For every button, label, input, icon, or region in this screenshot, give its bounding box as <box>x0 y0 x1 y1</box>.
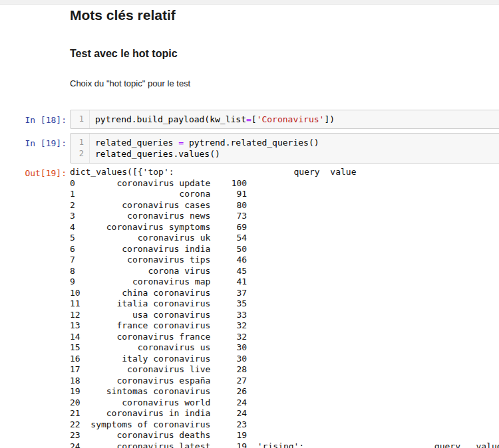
line-number-gutter: 1 <box>71 110 90 128</box>
output-text: dict_values([{'top': query value 0 coron… <box>70 167 499 448</box>
output-cell-19: Out[19]: dict_values([{'top': query valu… <box>0 167 499 448</box>
code-cell-19: In [19]: 12 related_queries = pytrend.re… <box>0 133 499 164</box>
input-prompt-18: In [18]: <box>0 110 67 126</box>
code-lines[interactable]: related_queries = pytrend.related_querie… <box>90 134 499 163</box>
line-number: 2 <box>71 148 89 160</box>
code-line[interactable]: related_queries.values() <box>95 148 499 160</box>
code-line[interactable]: related_queries = pytrend.related_querie… <box>95 137 499 148</box>
description-text: Choix du "hot topic" pour le test <box>70 78 499 88</box>
code-lines[interactable]: pytrend.build_payload(kw_list=['Coronavi… <box>90 110 499 128</box>
code-line[interactable]: pytrend.build_payload(kw_list=['Coronavi… <box>95 114 499 125</box>
input-prompt-19: In [19]: <box>0 133 67 149</box>
line-number: 1 <box>71 137 89 148</box>
section-title: Test avec le hot topic <box>70 48 499 60</box>
code-cell-18: In [18]: 1 pytrend.build_payload(kw_list… <box>0 110 499 129</box>
notebook-page: Mots clés relatif Test avec le hot topic… <box>0 7 499 448</box>
top-divider <box>0 0 499 5</box>
code-editor-19[interactable]: 12 related_queries = pytrend.related_que… <box>70 133 499 164</box>
line-number-gutter: 12 <box>71 134 90 163</box>
code-editor-18[interactable]: 1 pytrend.build_payload(kw_list=['Corona… <box>70 110 499 129</box>
output-prompt-19: Out[19]: <box>0 167 67 179</box>
line-number: 1 <box>71 114 89 125</box>
page-title: Mots clés relatif <box>70 7 499 23</box>
